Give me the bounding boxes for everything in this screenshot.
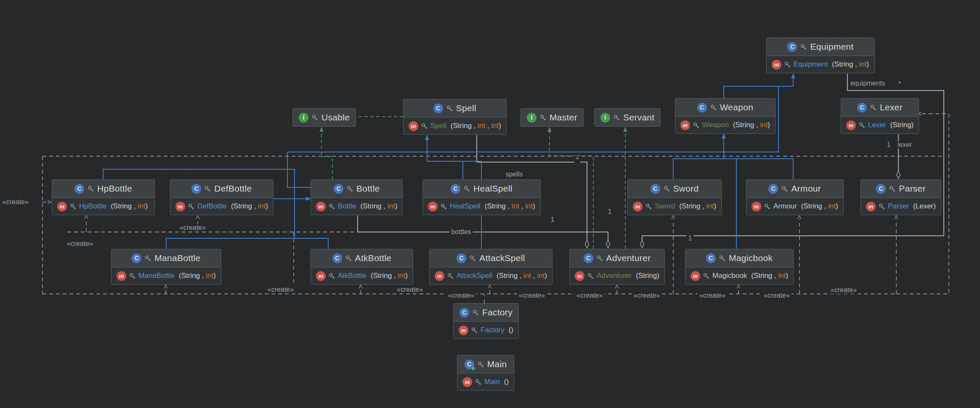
method-row[interactable]: mSword(String , int) <box>628 198 721 215</box>
class-title: Bottle <box>356 184 380 194</box>
class-node-attackspell[interactable]: CAttackSpellmAttackSpell(String , int , … <box>429 249 552 285</box>
class-node-equipment[interactable]: CEquipmentmEquipment(String , int) <box>766 37 875 73</box>
node-header[interactable]: CEquipment <box>767 38 874 56</box>
method-icon: m <box>428 202 438 211</box>
class-node-factory[interactable]: CFactorymFactory() <box>453 303 519 339</box>
class-icon: C <box>433 104 443 113</box>
class-node-master[interactable]: IMaster <box>521 108 584 127</box>
method-row[interactable]: mHealSpell(String , int , int) <box>423 198 540 215</box>
visibility-icon <box>446 105 453 112</box>
class-icon: C <box>74 184 84 194</box>
node-header[interactable]: CSword <box>628 180 721 198</box>
method-name: Spell <box>430 122 446 130</box>
node-header[interactable]: CArmour <box>746 180 843 198</box>
method-row[interactable]: mLexer(String) <box>841 117 919 133</box>
visibility-icon <box>478 361 484 368</box>
class-node-usable[interactable]: IUsable <box>292 108 356 127</box>
method-row[interactable]: mMain() <box>457 373 514 390</box>
class-title: Weapon <box>720 102 754 112</box>
method-row[interactable]: mHpBottle(String , int) <box>52 198 154 215</box>
node-header[interactable]: CDefBottle <box>170 180 273 198</box>
node-header[interactable]: CFactory <box>454 304 518 322</box>
node-header[interactable]: IServant <box>595 109 660 126</box>
node-header[interactable]: CBottle <box>311 180 402 198</box>
interface-icon: I <box>299 113 308 123</box>
class-node-armour[interactable]: CArmourmArmour(String , int) <box>746 179 844 215</box>
class-node-lexer[interactable]: CLexermLexer(String) <box>841 98 919 134</box>
runnable-class-icon: C <box>465 360 474 369</box>
method-row[interactable]: mSpell(String , int , int) <box>404 117 506 134</box>
method-icon: m <box>459 325 468 335</box>
method-name: Main <box>484 378 500 386</box>
interface-icon: I <box>600 113 610 123</box>
node-header[interactable]: CAtkBottle <box>311 249 413 267</box>
node-header[interactable]: CHpBottle <box>52 180 154 198</box>
method-row[interactable]: mArmour(String , int) <box>746 198 843 215</box>
node-header[interactable]: IUsable <box>293 109 356 126</box>
method-row[interactable]: mDefBottle(String , int) <box>170 198 273 215</box>
node-header[interactable]: CHealSpell <box>423 180 540 198</box>
node-header[interactable]: CMain <box>457 355 514 373</box>
class-title: Sword <box>673 184 699 194</box>
method-name: HealSpell <box>450 202 481 211</box>
edge-armour-weapon <box>724 159 793 179</box>
node-header[interactable]: CManaBottle <box>112 249 221 267</box>
edge-weapon-equipment <box>724 78 793 98</box>
node-header[interactable]: CParser <box>861 180 941 198</box>
method-row[interactable]: mMagicbook(String , int) <box>685 267 793 284</box>
node-header[interactable]: CAttackSpell <box>430 249 552 267</box>
visibility-icon <box>784 61 791 68</box>
class-node-healspell[interactable]: CHealSpellmHealSpell(String , int , int) <box>422 179 541 215</box>
class-node-defbottle[interactable]: CDefBottlemDefBottle(String , int) <box>170 179 274 215</box>
method-name: Parser <box>888 202 909 211</box>
class-node-manabottle[interactable]: CManaBottlemManaBottle(String , int) <box>111 249 221 285</box>
class-node-servant[interactable]: IServant <box>594 108 661 127</box>
class-node-magicbook[interactable]: CMagicbookmMagicbook(String , int) <box>685 249 794 285</box>
class-icon: C <box>697 103 707 112</box>
method-name: Bottle <box>338 202 356 211</box>
visibility-icon <box>719 255 725 261</box>
edge-healspell-spell <box>427 139 463 179</box>
method-row[interactable]: mWeapon(String , int) <box>675 117 775 133</box>
class-node-main[interactable]: CMainmMain() <box>457 355 514 391</box>
method-row[interactable]: mManaBottle(String , int) <box>112 267 221 284</box>
class-node-atkbottle[interactable]: CAtkBottlemAtkBottle(String , int) <box>311 249 413 285</box>
method-name: HpBottle <box>79 202 106 211</box>
class-node-bottle[interactable]: CBottlemBottle(String , int) <box>311 179 403 215</box>
edge-label: «create» <box>698 292 727 299</box>
edge-label: 1 <box>687 235 694 242</box>
node-header[interactable]: CAdventurer <box>570 249 664 267</box>
node-header[interactable]: CLexer <box>841 99 919 117</box>
class-node-adventurer[interactable]: CAdventurermAdventurer(String) <box>569 249 665 285</box>
edge-label: «create» <box>395 286 425 293</box>
method-params: (String , int) <box>801 202 838 211</box>
class-title: Factory <box>482 307 513 317</box>
method-row[interactable]: mEquipment(String , int) <box>767 56 874 73</box>
class-node-spell[interactable]: CSpellmSpell(String , int , int) <box>403 99 507 135</box>
edge-label: spells <box>504 171 525 178</box>
visibility-icon <box>88 186 94 192</box>
class-node-weapon[interactable]: CWeaponmWeapon(String , int) <box>675 98 776 134</box>
method-row[interactable]: mFactory() <box>454 322 518 339</box>
node-header[interactable]: CSpell <box>404 99 506 117</box>
visibility-icon <box>540 115 546 121</box>
method-row[interactable]: mBottle(String , int) <box>311 198 402 215</box>
method-icon: m <box>691 271 700 281</box>
method-row[interactable]: mAdventurer(String) <box>570 267 664 284</box>
class-title: Spell <box>456 103 476 113</box>
method-row[interactable]: mAtkBottle(String , int) <box>311 267 413 284</box>
method-params: (String , int) <box>733 121 770 129</box>
class-node-parser[interactable]: CParsermParser(Lexer) <box>860 179 941 215</box>
method-name: Sword <box>655 202 675 211</box>
method-row[interactable]: mParser(Lexer) <box>861 198 941 215</box>
node-header[interactable]: CWeapon <box>675 99 775 117</box>
diagram-canvas[interactable]: CEquipmentmEquipment(String , int)IUsabl… <box>0 0 980 408</box>
visibility-icon <box>710 104 717 111</box>
edge-label: * <box>574 156 580 164</box>
method-row[interactable]: mAttackSpell(String , int , int) <box>430 267 552 284</box>
node-header[interactable]: CMagicbook <box>685 249 793 267</box>
class-node-hpbottle[interactable]: CHpBottlemHpBottle(String , int) <box>52 179 155 215</box>
method-params: (String , int) <box>179 272 216 280</box>
class-node-sword[interactable]: CSwordmSword(String , int) <box>627 179 722 215</box>
node-header[interactable]: IMaster <box>521 109 583 126</box>
